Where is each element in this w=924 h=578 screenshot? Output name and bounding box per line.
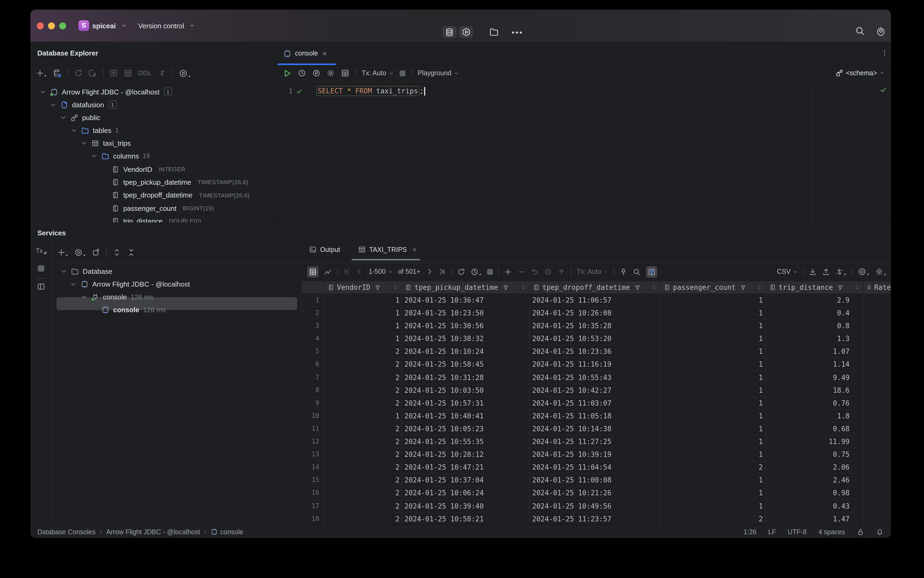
breadcrumb-database-consoles[interactable]: Database Consoles: [37, 528, 96, 536]
maximize-window-button[interactable]: [59, 22, 66, 29]
cell-trip-distance[interactable]: 11.99: [766, 435, 864, 448]
cell-rate[interactable]: [864, 371, 891, 383]
cell-vendorid[interactable]: 2: [324, 384, 402, 396]
split-layout-icon[interactable]: [37, 283, 45, 291]
cell-rate[interactable]: [864, 307, 891, 319]
row-number[interactable]: 16: [302, 487, 324, 499]
cell-dropoff-datetime[interactable]: 2024-01-25 11:00:08: [530, 474, 660, 487]
cell-dropoff-datetime[interactable]: 2024-01-25 10:55:43: [530, 371, 660, 383]
cell-passenger-count[interactable]: 1: [660, 410, 766, 422]
add-service-button[interactable]: [57, 248, 68, 257]
cell-rate[interactable]: [864, 320, 891, 332]
cell-trip-distance[interactable]: 0.4: [766, 307, 864, 319]
cell-rate[interactable]: [864, 435, 891, 448]
row-number[interactable]: 13: [302, 448, 324, 461]
tree-node-database[interactable]: datafusion 1: [50, 98, 117, 111]
run-query-button[interactable]: [283, 68, 292, 78]
last-page-button[interactable]: [439, 268, 446, 275]
project-widget[interactable]: S spiceai: [78, 20, 126, 31]
cell-vendorid[interactable]: 2: [324, 423, 402, 435]
find-in-grid-button[interactable]: [633, 268, 641, 276]
cell-passenger-count[interactable]: 1: [660, 448, 766, 461]
cell-pickup-datetime[interactable]: 2024-01-25 10:57:31: [402, 397, 530, 409]
table-row[interactable]: 1 1 2024-01-25 10:36:47 2024-01-25 11:06…: [302, 294, 891, 307]
cell-pickup-datetime[interactable]: 2024-01-25 10:55:35: [402, 435, 530, 448]
ddl-button[interactable]: DDL: [138, 69, 152, 77]
cell-rate[interactable]: [864, 448, 891, 461]
cell-vendorid[interactable]: 2: [324, 358, 402, 371]
cell-pickup-datetime[interactable]: 2024-01-25 10:39:40: [402, 500, 530, 512]
row-number[interactable]: 14: [302, 461, 324, 473]
cell-vendorid[interactable]: 2: [324, 474, 402, 487]
inline-results-toggle[interactable]: [341, 69, 349, 77]
pin-tab-button[interactable]: [619, 268, 627, 276]
cell-pickup-datetime[interactable]: 2024-01-25 10:36:47: [402, 294, 530, 306]
cell-passenger-count[interactable]: 1: [660, 435, 766, 448]
cell-passenger-count[interactable]: 1: [660, 474, 766, 487]
cell-passenger-count[interactable]: 1: [660, 294, 766, 306]
cell-dropoff-datetime[interactable]: 2024-01-25 10:26:08: [530, 307, 660, 319]
table-row[interactable]: 5 2 2024-01-25 10:10:24 2024-01-25 10:23…: [302, 346, 891, 358]
unlock-icon[interactable]: [857, 528, 864, 536]
cell-trip-distance[interactable]: 1.47: [766, 513, 864, 525]
row-number[interactable]: 17: [302, 500, 324, 512]
cell-trip-distance[interactable]: 2.46: [766, 474, 864, 487]
revert-button[interactable]: [544, 268, 552, 276]
cell-vendorid[interactable]: 1: [324, 333, 402, 345]
cell-passenger-count[interactable]: 1: [660, 384, 766, 396]
table-row[interactable]: 17 2 2024-01-25 10:39:40 2024-01-25 10:4…: [302, 500, 891, 513]
database-tool-button[interactable]: [442, 26, 457, 38]
line-separator[interactable]: LF: [768, 528, 776, 536]
page-size-selector[interactable]: 1-500: [369, 268, 393, 275]
caret-position[interactable]: 1:26: [743, 528, 757, 536]
cell-pickup-datetime[interactable]: 2024-01-25 10:40:41: [402, 410, 530, 422]
cell-rate[interactable]: [864, 410, 891, 422]
cell-trip-distance[interactable]: 2.9: [766, 294, 864, 306]
settings-gear-icon[interactable]: [876, 26, 885, 36]
cell-rate[interactable]: [864, 461, 891, 473]
table-row[interactable]: 2 1 2024-01-25 10:23:50 2024-01-25 10:26…: [302, 307, 891, 320]
file-encoding[interactable]: UTF-8: [788, 528, 807, 536]
row-number[interactable]: 3: [302, 320, 324, 332]
cell-dropoff-datetime[interactable]: 2024-01-25 11:05:18: [530, 410, 660, 422]
cell-rate[interactable]: [864, 384, 891, 396]
previous-page-button[interactable]: [356, 268, 363, 275]
cell-trip-distance[interactable]: 0.8: [766, 320, 864, 332]
breadcrumb-console[interactable]: console: [220, 528, 243, 536]
tree-node-schema[interactable]: public: [60, 111, 100, 124]
undo-button[interactable]: [531, 268, 539, 276]
header-rate[interactable]: Rate: [864, 281, 891, 294]
cell-trip-distance[interactable]: 0.68: [766, 423, 864, 435]
table-row[interactable]: 11 2 2024-01-25 10:05:23 2024-01-25 10:1…: [302, 423, 891, 435]
minimize-window-button[interactable]: [48, 22, 55, 29]
tx-strip-button[interactable]: Tx◢: [31, 247, 52, 255]
cell-dropoff-datetime[interactable]: 2024-01-25 10:39:19: [530, 448, 660, 461]
cell-vendorid[interactable]: 1: [324, 294, 402, 306]
editor-options-kebab-icon[interactable]: [881, 50, 888, 57]
next-page-button[interactable]: [426, 268, 433, 275]
tx-mode-selector[interactable]: Tx: Auto: [362, 69, 394, 77]
close-icon[interactable]: [412, 247, 417, 252]
schema-selector[interactable]: <schema>: [835, 69, 885, 77]
auto-refresh-button[interactable]: [470, 267, 482, 276]
grid-view-button[interactable]: [307, 266, 318, 277]
row-number[interactable]: 5: [302, 346, 324, 358]
close-icon[interactable]: [322, 50, 327, 56]
row-number[interactable]: 8: [302, 384, 324, 396]
table-row[interactable]: 3 1 2024-01-25 10:30:56 2024-01-25 10:35…: [302, 320, 891, 333]
header-vendorid[interactable]: VendorID: [324, 281, 402, 294]
cell-passenger-count[interactable]: 1: [660, 307, 766, 319]
cell-trip-distance[interactable]: 1.8: [766, 410, 864, 422]
chart-view-button[interactable]: [324, 268, 332, 276]
search-icon[interactable]: [855, 26, 865, 36]
cell-pickup-datetime[interactable]: 2024-01-25 10:58:21: [402, 513, 530, 525]
cell-vendorid[interactable]: 2: [324, 448, 402, 461]
cell-vendorid[interactable]: 1: [324, 320, 402, 332]
row-number[interactable]: 11: [302, 423, 324, 435]
compare-button[interactable]: [835, 267, 847, 276]
add-row-button[interactable]: [504, 268, 512, 276]
cell-rate[interactable]: [864, 423, 891, 435]
cell-trip-distance[interactable]: 0.43: [766, 500, 864, 512]
filter-funnel-icon[interactable]: [740, 284, 746, 291]
new-console-button[interactable]: [89, 69, 97, 77]
